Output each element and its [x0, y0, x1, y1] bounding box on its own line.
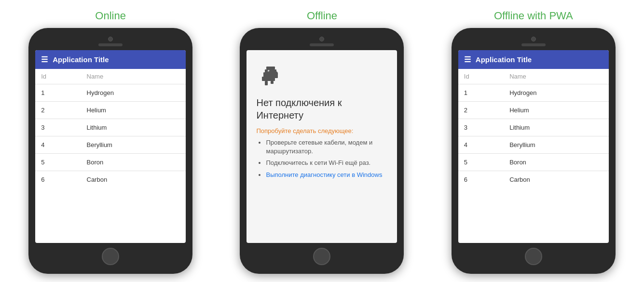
cell-name: Beryllium	[81, 136, 186, 154]
cell-name: Boron	[81, 154, 186, 171]
offline-label: Offline	[307, 10, 337, 22]
cell-id: 5	[35, 154, 81, 171]
speaker-offline	[310, 43, 334, 46]
table-row: 5 Boron	[458, 154, 609, 171]
pwa-col-id-header: Id	[458, 69, 504, 84]
phone-bottom-pwa	[458, 248, 609, 265]
cell-id: 4	[458, 136, 504, 154]
app-bar-online: ☰ Application Title	[35, 50, 186, 69]
camera-pwa	[531, 37, 536, 41]
cell-id: 3	[35, 119, 81, 136]
table-row: 3 Lithium	[35, 119, 186, 136]
svg-rect-7	[275, 71, 277, 74]
offline-error-title: Нет подключения к Интернету	[256, 96, 387, 121]
svg-rect-0	[266, 67, 275, 69]
table-row: 5 Boron	[35, 154, 186, 171]
cell-name: Carbon	[81, 171, 186, 188]
pwa-header-row: Id Name	[458, 69, 609, 84]
data-table-online: Id Name 1 Hydrogen 2 Helium 3 Lithium 4 …	[35, 69, 186, 188]
table-row: 6 Carbon	[458, 171, 609, 188]
screen-online: ☰ Application Title Id Name 1 Hydrogen 2…	[35, 50, 186, 243]
table-row: 1 Hydrogen	[458, 84, 609, 102]
cell-id: 1	[35, 84, 81, 102]
offline-tip-1: Проверьте сетевые кабели, модем и маршру…	[266, 138, 387, 156]
table-row: 1 Hydrogen	[35, 84, 186, 102]
cell-name: Lithium	[81, 119, 186, 136]
menu-icon-pwa[interactable]: ☰	[464, 55, 471, 64]
cell-id: 1	[458, 84, 504, 102]
phone-pwa: ☰ Application Title Id Name 1 Hydrogen 2…	[452, 28, 616, 274]
table-row: 6 Carbon	[35, 171, 186, 188]
pwa-section: Offline with PWA ☰ Application Title Id …	[442, 10, 625, 274]
offline-tip-3: Выполните диагностику сети в Windows	[266, 171, 387, 179]
online-section: Online ☰ Application Title Id Name	[19, 10, 202, 274]
offline-section: Offline	[230, 10, 413, 274]
table-row: 2 Helium	[458, 102, 609, 119]
main-container: Online ☰ Application Title Id Name	[5, 10, 639, 274]
phone-bottom-offline	[247, 248, 397, 265]
svg-rect-5	[271, 81, 274, 84]
home-button-pwa[interactable]	[525, 248, 542, 265]
pwa-col-name-header: Name	[504, 69, 609, 84]
offline-error-subtitle: Попробуйте сделать следующее:	[256, 127, 387, 134]
table-row: 3 Lithium	[458, 119, 609, 136]
offline-tips-list: Проверьте сетевые кабели, модем и маршру…	[256, 138, 387, 179]
cell-name: Helium	[81, 102, 186, 119]
phone-top-online	[35, 37, 186, 46]
speaker-online	[98, 43, 123, 46]
dino-icon	[256, 65, 285, 89]
cell-name: Carbon	[504, 171, 609, 188]
cell-name: Boron	[504, 154, 609, 171]
pwa-label: Offline with PWA	[494, 10, 573, 22]
cell-name: Beryllium	[504, 136, 609, 154]
offline-tip-2: Подключитесь к сети Wi-Fi ещё раз.	[266, 159, 387, 167]
cell-id: 6	[458, 171, 504, 188]
offline-content: Нет подключения к Интернету Попробуйте с…	[247, 50, 397, 243]
app-bar-pwa: ☰ Application Title	[458, 50, 609, 69]
cell-name: Hydrogen	[81, 84, 186, 102]
camera-online	[108, 37, 113, 41]
phone-bottom-online	[35, 248, 186, 265]
app-title-pwa: Application Title	[476, 55, 532, 64]
speaker-pwa	[521, 43, 546, 46]
home-button-online[interactable]	[102, 248, 119, 265]
app-title-online: Application Title	[53, 55, 109, 64]
home-button-offline[interactable]	[313, 248, 330, 265]
svg-rect-4	[265, 81, 268, 85]
table-row: 2 Helium	[35, 102, 186, 119]
screen-offline: Нет подключения к Интернету Попробуйте с…	[247, 50, 397, 243]
data-table-pwa: Id Name 1 Hydrogen 2 Helium 3 Lithium 4 …	[458, 69, 609, 188]
svg-rect-3	[262, 77, 275, 81]
cell-id: 5	[458, 154, 504, 171]
table-row: 4 Beryllium	[458, 136, 609, 154]
screen-pwa: ☰ Application Title Id Name 1 Hydrogen 2…	[458, 50, 609, 243]
cell-name: Helium	[504, 102, 609, 119]
col-id-header: Id	[35, 69, 81, 84]
cell-id: 4	[35, 136, 81, 154]
col-name-header: Name	[81, 69, 186, 84]
cell-id: 6	[35, 171, 81, 188]
offline-diag-link[interactable]: Выполните диагностику сети в Windows	[266, 171, 382, 178]
phone-offline: Нет подключения к Интернету Попробуйте с…	[240, 28, 404, 274]
svg-point-9	[269, 71, 270, 72]
cell-id: 3	[458, 119, 504, 136]
cell-id: 2	[35, 102, 81, 119]
phone-online: ☰ Application Title Id Name 1 Hydrogen 2…	[28, 28, 192, 274]
table-row: 4 Beryllium	[35, 136, 186, 154]
online-label: Online	[95, 10, 126, 22]
cell-name: Hydrogen	[504, 84, 609, 102]
phone-top-pwa	[458, 37, 609, 46]
phone-top-offline	[247, 37, 397, 46]
camera-offline	[319, 37, 324, 41]
cell-id: 2	[458, 102, 504, 119]
menu-icon-online[interactable]: ☰	[41, 55, 48, 64]
cell-name: Lithium	[504, 119, 609, 136]
table-header-row: Id Name	[35, 69, 186, 84]
